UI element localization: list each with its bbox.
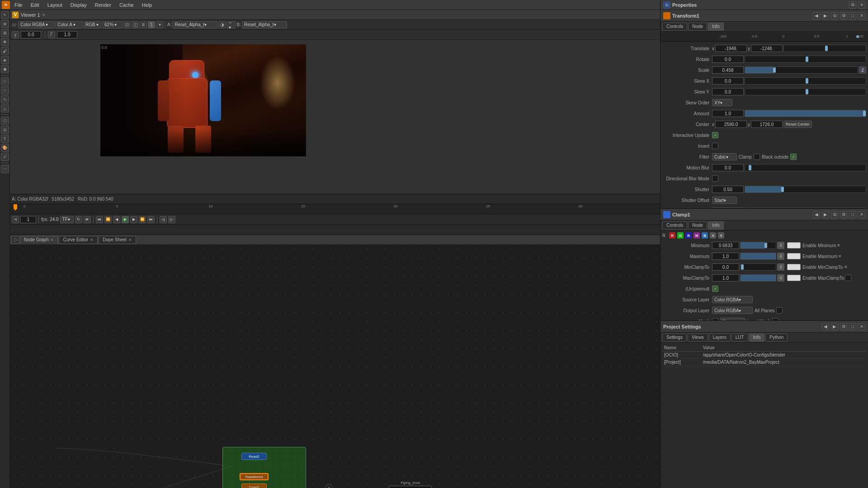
ps-nav-prev[interactable]: ◀ [822,323,829,330]
skew-x-slider[interactable] [745,77,866,84]
tl-last-key[interactable]: |▷ [168,216,175,223]
skew-x-input[interactable] [712,77,744,84]
node-crop2[interactable]: Crop2 [241,483,267,488]
props-settings[interactable]: ⚙ [849,1,856,9]
t1-nav-next[interactable]: ▶ [822,12,829,19]
menu-display[interactable]: Display [67,1,90,9]
viewer-clip[interactable]: ◫ [132,21,139,28]
max-clamp-to-num[interactable]: 4 [777,274,784,282]
t1-settings[interactable]: ⚙ [840,12,847,19]
viewer-proxy-more[interactable]: ▾ [156,21,163,28]
ps-tab-layers[interactable]: Layers [709,333,731,342]
min-clamp-to-num[interactable]: 4 [777,263,784,271]
maximum-input[interactable] [712,253,739,260]
rotate-input[interactable] [712,56,744,63]
clamp1-all-planes-check[interactable] [776,307,783,314]
toolbar-bezier[interactable]: ∿ [1,95,9,103]
skew-y-input[interactable] [712,88,744,95]
toolbar-poly[interactable]: △ [1,104,9,113]
menu-file[interactable]: File [11,1,26,9]
ps-tab-views[interactable]: Views [688,333,708,342]
t1-tab-controls[interactable]: Controls [662,23,687,31]
viewer-close[interactable]: ✕ [42,13,46,17]
ch-x2-btn[interactable]: X [718,232,724,239]
tl-first-key[interactable]: ◁| [160,216,167,223]
scale-lock[interactable]: 2 [859,66,866,74]
toolbar-rect[interactable]: □ [1,77,9,85]
scale-input[interactable] [712,66,744,74]
viewer-b-select[interactable]: Reset_Alpha_t▾ [242,21,287,28]
menu-render[interactable]: Render [91,1,115,9]
ps-tab-python[interactable]: Python [765,333,788,342]
t1-tab-node[interactable]: Node [688,23,707,31]
center-x-input[interactable] [715,121,747,128]
translate-y-input[interactable] [751,45,783,52]
tab-curve-editor-close[interactable]: ✕ [90,238,94,242]
tab-dope-sheet[interactable]: Dope Sheet ✕ [99,236,136,244]
minimum-input[interactable] [712,242,739,249]
menu-layout[interactable]: Layout [44,1,66,9]
tab-node-graph[interactable]: Node Graph ✕ [20,236,58,244]
ps-tab-info[interactable]: Info [749,333,765,342]
tl-bounce[interactable]: ⇄ [84,216,91,223]
maximum-slider[interactable] [740,253,776,260]
clamp1-tab-controls[interactable]: Controls [662,221,687,230]
minimum-num[interactable]: 4 [777,242,784,249]
viewer-wipe[interactable]: ◑ [218,21,226,28]
motion-blur-slider[interactable] [745,164,866,171]
tl-loop[interactable]: ↻ [75,216,82,223]
toolbar-blur[interactable]: ◉ [1,65,9,73]
tab-curve-editor[interactable]: Curve Editor ✕ [59,236,98,244]
t1-maximize[interactable]: □ [849,12,856,19]
ps-tab-settings[interactable]: Settings [662,333,687,342]
center-y-input[interactable] [751,121,783,128]
ps-nav-next[interactable]: ▶ [831,323,838,330]
ps-settings[interactable]: ⚙ [840,323,847,330]
max-clamp-to-input[interactable] [712,274,739,282]
scale-slider[interactable] [745,66,858,74]
toolbar-pointer[interactable]: ↖ [1,11,9,19]
tl-next-frame[interactable]: ▶ [130,216,137,223]
node-transform1[interactable]: Transform1 [240,473,269,480]
ch-g-btn[interactable]: G [677,232,684,239]
translate-x-input[interactable] [715,45,747,52]
viewer-gamma-icon[interactable]: γ [12,31,19,38]
props-close[interactable]: ✕ [858,1,865,9]
ch-r-btn[interactable]: R [669,232,675,239]
black-outside-checkbox[interactable]: ✓ [790,154,797,160]
motion-blur-input[interactable] [712,164,744,171]
toolbar-more[interactable]: ⋯ [1,165,9,173]
menu-help[interactable]: Help [138,1,156,9]
viewer-icon[interactable]: V [12,11,19,19]
clamp1-tab-info[interactable]: Info [708,221,724,230]
enable-min-clamp-x[interactable]: ✕ [843,264,849,270]
viewer-gain-input[interactable] [21,31,41,38]
shutter-offset-dropdown[interactable]: Start▾ [712,197,737,204]
tl-play-mode[interactable]: ⊲ [12,216,19,223]
viewer-gamma-input[interactable] [57,31,77,38]
shutter-input[interactable] [712,186,744,193]
toolbar-clone[interactable]: ◈ [1,56,9,64]
ch-x-btn[interactable]: A [710,232,716,239]
toolbar-pan[interactable]: ✥ [1,38,9,46]
custom-offset-slider[interactable] [745,207,866,208]
shutter-slider[interactable] [745,186,866,193]
viewer-pause[interactable]: ⏸ [140,21,147,28]
toolbar-eye[interactable]: ◎ [1,126,9,134]
mask-dropdown[interactable]: None▾ [720,318,745,320]
t1-close[interactable]: ✕ [858,12,865,19]
enable-maximum-x[interactable]: ✕ [837,253,843,259]
clamp1-close[interactable]: ✕ [858,211,865,218]
ps-maximize[interactable]: □ [849,323,856,330]
toolbar-pick[interactable]: ⊕ [1,20,9,28]
add-node-btn[interactable]: + [326,484,333,488]
interactive-update-checkbox[interactable]: ✓ [712,132,718,138]
translate-slider[interactable] [783,45,866,52]
maximum-color[interactable] [787,253,801,259]
ch-b-btn[interactable]: B [685,232,692,239]
t1-nav-prev[interactable]: ◀ [813,12,820,19]
t1-tab-info[interactable]: Info [708,23,724,31]
toolbar-color[interactable]: 🎨 [1,144,9,152]
dir-blur-checkbox[interactable] [712,175,718,182]
fps-dropdown[interactable]: TF▾ [60,216,74,223]
